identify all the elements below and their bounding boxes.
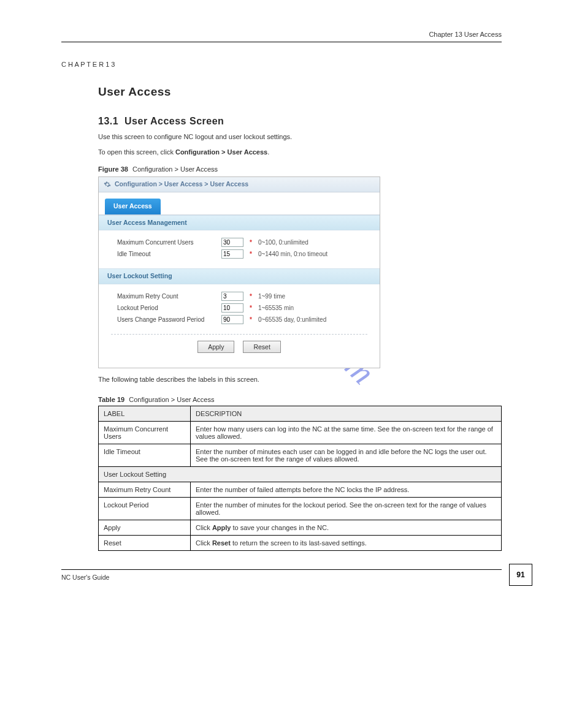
cell-label: Maximum Retry Count — [99, 482, 191, 497]
cell-desc: Enter how many users can log into the NC… — [191, 421, 502, 444]
section-number: 13.1 — [98, 116, 118, 126]
intro2-prefix: To open this screen, click — [98, 148, 175, 156]
row-change-password-period: Users Change Password Period * 0~65535 d… — [117, 315, 371, 324]
row-max-retry: Maximum Retry Count * 1~99 time — [117, 292, 371, 301]
required-star: * — [250, 303, 252, 313]
input-idle-timeout[interactable] — [221, 249, 243, 259]
input-max-concurrent-users[interactable] — [221, 238, 243, 247]
table-row: Reset Click Reset to return the screen t… — [99, 535, 502, 550]
table-caption: Table 19 Configuration > User Access — [98, 396, 502, 403]
input-max-retry[interactable] — [221, 292, 243, 301]
cell-label: Apply — [99, 520, 191, 535]
cell-desc: Click Reset to return the screen to its … — [191, 535, 502, 550]
table-intro: The following table describes the labels… — [98, 374, 502, 385]
reset-button[interactable]: Reset — [243, 341, 280, 353]
cell-label: Reset — [99, 535, 191, 550]
top-rule — [61, 42, 502, 42]
screenshot-panel: Configuration > User Access > User Acces… — [98, 176, 380, 368]
gear-icon — [104, 181, 111, 188]
th-description: DESCRIPTION — [191, 406, 502, 421]
apply-button[interactable]: Apply — [197, 341, 234, 353]
row-lockout-period: Lockout Period * 1~65535 min — [117, 303, 371, 313]
label-change-password-period: Users Change Password Period — [117, 315, 215, 324]
hint-lockout-period: 1~65535 min — [258, 303, 294, 313]
row-idle-timeout: Idle Timeout * 0~1440 min, 0:no timeout — [117, 249, 371, 259]
cell-label: Maximum Concurrent Users — [99, 421, 191, 444]
chapter-title: User Access — [98, 85, 502, 99]
table-row: Idle Timeout Enter the number of minutes… — [99, 444, 502, 466]
figure-number: Figure 38 — [98, 165, 128, 173]
intro-paragraph-1: Use this screen to configure NC logout a… — [98, 132, 502, 142]
required-star: * — [250, 249, 252, 259]
figure-caption: Figure 38 Configuration > User Access — [98, 165, 502, 173]
table-title: Configuration > User Access — [129, 396, 214, 403]
hint-max-retry: 1~99 time — [258, 292, 285, 301]
page-number: 91 — [509, 564, 532, 586]
intro2-path: Configuration > User Access — [175, 148, 267, 156]
section-title-text: User Access Screen — [124, 116, 224, 126]
row-max-concurrent-users: Maximum Concurrent Users * 0~100, 0:unli… — [117, 238, 371, 247]
breadcrumb: Configuration > User Access > User Acces… — [99, 177, 380, 192]
breadcrumb-text: Configuration > User Access > User Acces… — [115, 180, 248, 189]
hint-idle-timeout: 0~1440 min, 0:no timeout — [258, 249, 327, 259]
cell-desc: Click Apply to save your changes in the … — [191, 520, 502, 535]
band-user-access-mgmt: User Access Management — [99, 215, 380, 231]
tab-row: User Access — [99, 192, 380, 214]
cell-subhead: User Lockout Setting — [99, 466, 502, 482]
figure-title: Configuration > User Access — [132, 165, 218, 173]
cell-desc: Enter the number of minutes for the lock… — [191, 497, 502, 520]
label-max-concurrent-users: Maximum Concurrent Users — [117, 238, 215, 247]
section-heading: 13.1 User Access Screen — [98, 116, 502, 127]
label-idle-timeout: Idle Timeout — [117, 249, 215, 259]
cell-label: Idle Timeout — [99, 444, 191, 466]
table-row: Apply Click Apply to save your changes i… — [99, 520, 502, 535]
table-subhead-row: User Lockout Setting — [99, 466, 502, 482]
table-number: Table 19 — [98, 396, 124, 403]
description-table: LABEL DESCRIPTION Maximum Concurrent Use… — [98, 406, 502, 551]
table-row: Maximum Concurrent Users Enter how many … — [99, 421, 502, 444]
table-row: Maximum Retry Count Enter the number of … — [99, 482, 502, 497]
tab-user-access[interactable]: User Access — [105, 199, 161, 214]
dashed-separator — [111, 334, 367, 335]
cell-label: Lockout Period — [99, 497, 191, 520]
header-chapter-ref: Chapter 13 User Access — [61, 31, 502, 38]
band-user-lockout: User Lockout Setting — [99, 268, 380, 284]
cell-desc: Enter the number of failed attempts befo… — [191, 482, 502, 497]
hint-max-concurrent-users: 0~100, 0:unlimited — [258, 238, 308, 247]
footer-text: NC User's Guide — [61, 574, 502, 581]
table-row: Lockout Period Enter the number of minut… — [99, 497, 502, 520]
intro-paragraph-2: To open this screen, click Configuration… — [98, 147, 502, 157]
input-lockout-period[interactable] — [221, 303, 243, 313]
th-label: LABEL — [99, 406, 191, 421]
input-change-password-period[interactable] — [221, 315, 243, 324]
bottom-rule — [61, 569, 502, 570]
intro2-suffix: . — [267, 148, 269, 156]
required-star: * — [250, 292, 252, 301]
required-star: * — [250, 315, 252, 324]
required-star: * — [250, 238, 252, 247]
cell-desc: Enter the number of minutes each user ca… — [191, 444, 502, 466]
chapter-kicker: C H A P T E R 1 3 — [61, 61, 502, 68]
hint-change-password-period: 0~65535 day, 0:unlimited — [258, 315, 326, 324]
label-max-retry: Maximum Retry Count — [117, 292, 215, 301]
label-lockout-period: Lockout Period — [117, 303, 215, 313]
